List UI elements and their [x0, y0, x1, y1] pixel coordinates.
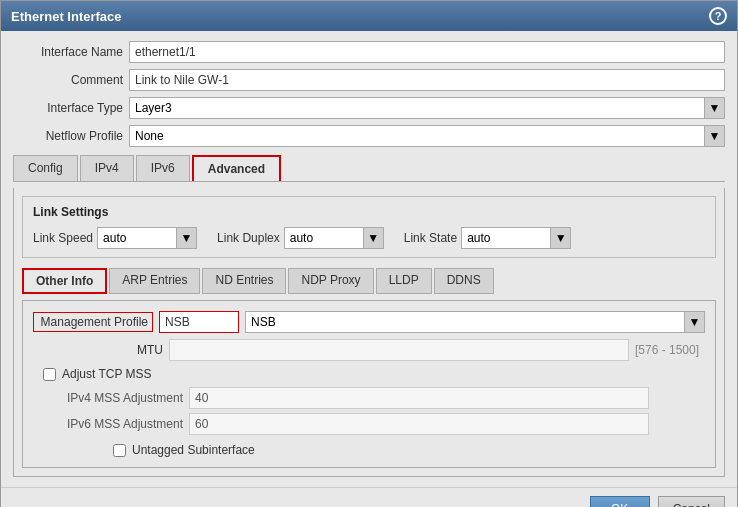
- link-state-select-wrapper: auto ▼: [461, 227, 571, 249]
- link-duplex-label: Link Duplex: [217, 231, 280, 245]
- comment-input[interactable]: [129, 69, 725, 91]
- adjust-tcp-mss-label: Adjust TCP MSS: [62, 367, 152, 381]
- ipv4-mss-row: IPv4 MSS Adjustment: [53, 387, 705, 409]
- ipv6-mss-input[interactable]: [189, 413, 649, 435]
- link-speed-row: Link Speed auto ▼ Link Duplex: [33, 227, 705, 249]
- ipv4-mss-label: IPv4 MSS Adjustment: [53, 391, 183, 405]
- dialog-titlebar: Ethernet Interface ?: [1, 1, 737, 31]
- dialog-title: Ethernet Interface: [11, 9, 122, 24]
- tab-advanced[interactable]: Advanced: [192, 155, 281, 181]
- link-settings-title: Link Settings: [33, 205, 705, 219]
- link-settings-box: Link Settings Link Speed auto ▼: [22, 196, 716, 258]
- mtu-input[interactable]: [169, 339, 629, 361]
- ok-button[interactable]: OK: [590, 496, 650, 507]
- mtu-row: MTU [576 - 1500]: [33, 339, 705, 361]
- adjust-tcp-mss-checkbox[interactable]: [43, 368, 56, 381]
- cancel-button[interactable]: Cancel: [658, 496, 725, 507]
- link-duplex-select-wrapper: auto ▼: [284, 227, 384, 249]
- dialog-body: Interface Name Comment Interface Type La…: [1, 31, 737, 487]
- link-speed-select-wrapper: auto ▼: [97, 227, 197, 249]
- netflow-profile-select-wrapper: None ▼: [129, 125, 725, 147]
- sub-tabs-bar: Other Info ARP Entries ND Entries NDP Pr…: [22, 268, 716, 294]
- untagged-subinterface-row: Untagged Subinterface: [113, 443, 705, 457]
- interface-type-select[interactable]: Layer3: [130, 98, 724, 118]
- tab-content-advanced: Link Settings Link Speed auto ▼: [13, 188, 725, 477]
- sub-tab-content-other-info: Management Profile NSB ▼ MTU [576 - 1500…: [22, 300, 716, 468]
- mgmt-profile-input[interactable]: [159, 311, 239, 333]
- netflow-profile-select[interactable]: None: [130, 126, 724, 146]
- comment-row: Comment: [13, 69, 725, 91]
- interface-name-input[interactable]: [129, 41, 725, 63]
- mgmt-profile-label: Management Profile: [33, 312, 153, 332]
- help-icon[interactable]: ?: [709, 7, 727, 25]
- link-duplex-select[interactable]: auto: [285, 228, 383, 248]
- sub-tab-nd-entries[interactable]: ND Entries: [202, 268, 286, 294]
- mtu-hint: [576 - 1500]: [635, 343, 699, 357]
- ipv6-mss-label: IPv6 MSS Adjustment: [53, 417, 183, 431]
- main-tabs-bar: Config IPv4 IPv6 Advanced: [13, 155, 725, 182]
- sub-tab-other-info[interactable]: Other Info: [22, 268, 107, 294]
- tab-config[interactable]: Config: [13, 155, 78, 181]
- mgmt-profile-row: Management Profile NSB ▼: [33, 311, 705, 333]
- interface-type-row: Interface Type Layer3 ▼: [13, 97, 725, 119]
- dialog-footer: OK Cancel: [1, 487, 737, 507]
- netflow-profile-label: Netflow Profile: [13, 129, 123, 143]
- ipv4-mss-input[interactable]: [189, 387, 649, 409]
- tab-ipv4[interactable]: IPv4: [80, 155, 134, 181]
- tab-ipv6[interactable]: IPv6: [136, 155, 190, 181]
- interface-name-row: Interface Name: [13, 41, 725, 63]
- comment-label: Comment: [13, 73, 123, 87]
- sub-tab-ndp-proxy[interactable]: NDP Proxy: [288, 268, 373, 294]
- untagged-subinterface-checkbox[interactable]: [113, 444, 126, 457]
- ethernet-interface-dialog: Ethernet Interface ? Interface Name Comm…: [0, 0, 738, 507]
- untagged-subinterface-label: Untagged Subinterface: [132, 443, 255, 457]
- link-speed-select[interactable]: auto: [98, 228, 196, 248]
- mtu-label: MTU: [33, 343, 163, 357]
- mgmt-profile-select[interactable]: NSB: [246, 312, 704, 332]
- sub-tab-ddns[interactable]: DDNS: [434, 268, 494, 294]
- sub-tab-arp-entries[interactable]: ARP Entries: [109, 268, 200, 294]
- link-duplex-group: Link Duplex auto ▼: [217, 227, 384, 249]
- link-state-select[interactable]: auto: [462, 228, 570, 248]
- link-state-group: Link State auto ▼: [404, 227, 571, 249]
- adjust-tcp-mss-row: Adjust TCP MSS: [43, 367, 705, 381]
- ipv6-mss-row: IPv6 MSS Adjustment: [53, 413, 705, 435]
- interface-type-label: Interface Type: [13, 101, 123, 115]
- interface-type-select-wrapper: Layer3 ▼: [129, 97, 725, 119]
- sub-tab-lldp[interactable]: LLDP: [376, 268, 432, 294]
- link-state-label: Link State: [404, 231, 457, 245]
- link-speed-group: Link Speed auto ▼: [33, 227, 197, 249]
- link-speed-label: Link Speed: [33, 231, 93, 245]
- interface-name-label: Interface Name: [13, 45, 123, 59]
- mgmt-profile-select-wrapper: NSB ▼: [245, 311, 705, 333]
- netflow-profile-row: Netflow Profile None ▼: [13, 125, 725, 147]
